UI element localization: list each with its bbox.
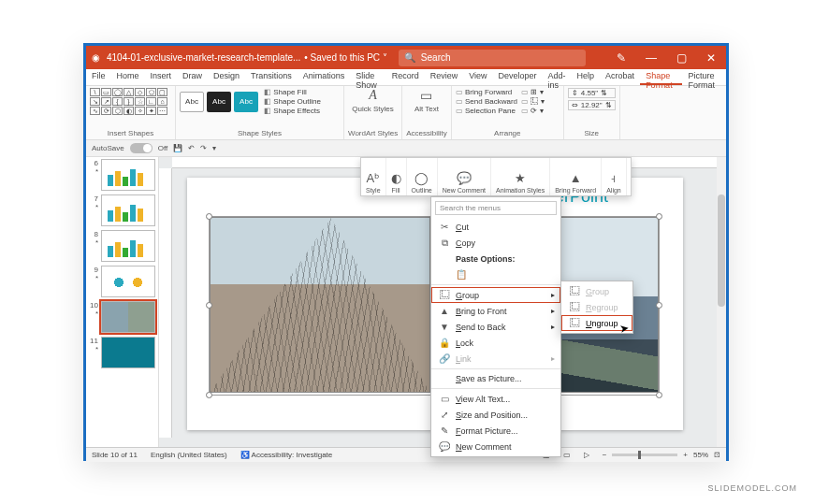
mini-animation-styles-button[interactable]: ★Animation Styles <box>491 158 550 195</box>
mini-new-comment-button[interactable]: 💬New Comment <box>438 158 491 195</box>
tab-shape-format[interactable]: Shape Format <box>640 69 682 85</box>
menu-send-to-back[interactable]: ▼Send to Back <box>431 319 560 335</box>
menu-new-comment[interactable]: 💬New Comment <box>431 439 560 454</box>
reading-view-button[interactable]: ▭ <box>563 451 571 459</box>
ribbon-tabs: FileHomeInsertDrawDesignTransitionsAnima… <box>86 69 726 86</box>
thumbnail-slide-11[interactable]: 11* <box>89 337 155 368</box>
group-label: Size <box>568 128 616 137</box>
qat-more-icon[interactable]: ▾ <box>212 144 216 152</box>
thumbnail-slide-9[interactable]: 9* <box>89 266 155 297</box>
menu-search[interactable]: Search the menus <box>435 201 557 215</box>
send-backward-button[interactable]: Send Backward <box>456 97 517 106</box>
mini-outline-button[interactable]: ◯Outline <box>407 158 438 195</box>
shape-effects-button[interactable]: Shape Effects <box>264 107 321 115</box>
resize-handle[interactable] <box>656 392 662 398</box>
autosave-toggle[interactable] <box>130 143 153 153</box>
menu-save-as-picture[interactable]: Save as Picture... <box>431 371 560 386</box>
tab-picture-format[interactable]: Picture Format <box>682 69 726 85</box>
tab-view[interactable]: View <box>463 69 492 85</box>
search-box[interactable]: 🔍 Search <box>399 50 586 66</box>
tab-insert[interactable]: Insert <box>145 69 178 85</box>
ribbon: \▭◯△◇⬠▢ ↘↗{}☆∟⌂ ∿⟳⬡◐✧✦⋯ Insert Shapes Ab… <box>86 86 726 140</box>
tab-draw[interactable]: Draw <box>177 69 208 85</box>
tab-slide-show[interactable]: Slide Show <box>350 69 385 85</box>
thumbnail-slide-7[interactable]: 7* <box>89 194 155 226</box>
resize-handle[interactable] <box>206 392 212 398</box>
menu-lock[interactable]: 🔒Lock <box>431 335 560 351</box>
close-button[interactable]: ✕ <box>696 51 726 65</box>
resize-handle[interactable] <box>206 302 212 309</box>
tab-design[interactable]: Design <box>208 69 245 85</box>
thumbnail-slide-6[interactable]: 6* <box>89 159 155 191</box>
shape-fill-button[interactable]: Shape Fill <box>264 88 321 96</box>
menu-bring-to-front[interactable]: ▲Bring to Front <box>431 303 560 319</box>
slideshow-button[interactable]: ▷ <box>584 451 589 459</box>
menu-paste-options[interactable]: Paste Options: <box>431 252 560 266</box>
thumbnail-slide-10[interactable]: 10* <box>89 301 155 333</box>
alt-text-button[interactable]: ▭ Alt Text <box>406 88 447 113</box>
align-button[interactable]: ⊞ ▾ <box>521 88 544 96</box>
tab-home[interactable]: Home <box>111 69 145 85</box>
swatch[interactable]: Abc <box>180 92 204 112</box>
zoom-out-button[interactable]: − <box>603 451 607 459</box>
ribbon-group-accessibility: ▭ Alt Text Accessibility <box>402 86 452 139</box>
tab-acrobat[interactable]: Acrobat <box>600 69 640 85</box>
tab-record[interactable]: Record <box>386 69 425 85</box>
zoom-in-button[interactable]: + <box>683 451 688 459</box>
menu-view-alt-text[interactable]: ▭View Alt Text... <box>431 391 560 407</box>
selection-pane-button[interactable]: Selection Pane <box>456 107 517 115</box>
save-state[interactable]: Saved to this PC ˅ <box>304 52 387 63</box>
mini-align-button[interactable]: ⫞Align <box>602 158 627 195</box>
width-input[interactable]: ⇔ 12.92" ⇅ <box>568 100 616 110</box>
tab-add-ins[interactable]: Add-ins <box>543 69 572 85</box>
photo-bridge[interactable] <box>210 217 430 393</box>
zoom-slider[interactable] <box>612 454 677 456</box>
swatch[interactable]: Abc <box>234 92 258 112</box>
tab-file[interactable]: File <box>86 69 111 85</box>
style-swatches[interactable]: Abc Abc Abc <box>180 92 258 112</box>
tab-transitions[interactable]: Transitions <box>245 69 298 85</box>
bring-forward-button[interactable]: Bring Forward <box>456 88 517 96</box>
maximize-button[interactable]: ▢ <box>666 51 696 65</box>
menu-cut[interactable]: ✂Cut <box>431 219 560 235</box>
tab-animations[interactable]: Animations <box>298 69 351 85</box>
mini-style-button[interactable]: AᵇStyle <box>361 158 386 195</box>
rotate-button[interactable]: ⟳ ▾ <box>521 107 544 115</box>
menu-size-and-position[interactable]: ⤢Size and Position... <box>431 407 560 423</box>
vertical-scrollbar[interactable] <box>717 157 726 447</box>
tab-developer[interactable]: Developer <box>493 69 543 85</box>
swatch[interactable]: Abc <box>207 92 231 112</box>
slide-counter[interactable]: Slide 10 of 11 <box>92 451 138 459</box>
slide-thumbnails[interactable]: 6*7*8*9*10*11* <box>86 157 159 447</box>
save-icon[interactable]: 💾 <box>173 144 182 152</box>
minimize-button[interactable]: — <box>636 51 666 65</box>
height-input[interactable]: ⇕ 4.55" ⇅ <box>568 88 616 98</box>
accessibility-status[interactable]: ♿ Accessibility: Investigate <box>240 451 332 459</box>
mini-fill-button[interactable]: ◐Fill <box>386 158 407 195</box>
tab-review[interactable]: Review <box>425 69 464 85</box>
shape-outline-button[interactable]: Shape Outline <box>264 97 321 106</box>
fit-button[interactable]: ⊡ <box>714 451 720 459</box>
resize-handle[interactable] <box>656 213 662 220</box>
tab-help[interactable]: Help <box>572 69 601 85</box>
mini-bring-forward-button[interactable]: ▲Bring Forward <box>550 158 602 195</box>
menu-copy[interactable]: ⧉Copy <box>431 235 560 252</box>
redo-icon[interactable]: ↷ <box>200 144 207 152</box>
thumbnail-slide-8[interactable]: 8* <box>89 230 155 262</box>
mini-toolbar[interactable]: AᵇStyle◐Fill◯Outline💬New Comment★Animati… <box>360 157 632 196</box>
group-label: Insert Shapes <box>90 128 171 137</box>
undo-icon[interactable]: ↶ <box>188 144 195 152</box>
resize-handle[interactable] <box>206 213 212 220</box>
group-button[interactable]: ⿺ ▾ <box>521 97 544 106</box>
language-status[interactable]: English (United States) <box>151 451 227 459</box>
menu-paste-picture[interactable]: 📋 <box>431 266 560 282</box>
menu-group[interactable]: ⿺Group <box>431 287 560 303</box>
pen-icon[interactable]: ✎ <box>606 51 636 65</box>
quick-styles-button[interactable]: A Quick Styles <box>348 88 398 113</box>
shapes-gallery[interactable]: \▭◯△◇⬠▢ ↘↗{}☆∟⌂ ∿⟳⬡◐✧✦⋯ <box>90 88 171 115</box>
resize-handle[interactable] <box>656 302 662 309</box>
zoom-control[interactable]: − + 55% ⊡ <box>603 451 720 459</box>
zoom-level[interactable]: 55% <box>693 451 708 459</box>
context-menu[interactable]: Search the menus ✂Cut⧉CopyPaste Options:… <box>430 196 561 457</box>
menu-format-picture[interactable]: ✎Format Picture... <box>431 423 560 439</box>
